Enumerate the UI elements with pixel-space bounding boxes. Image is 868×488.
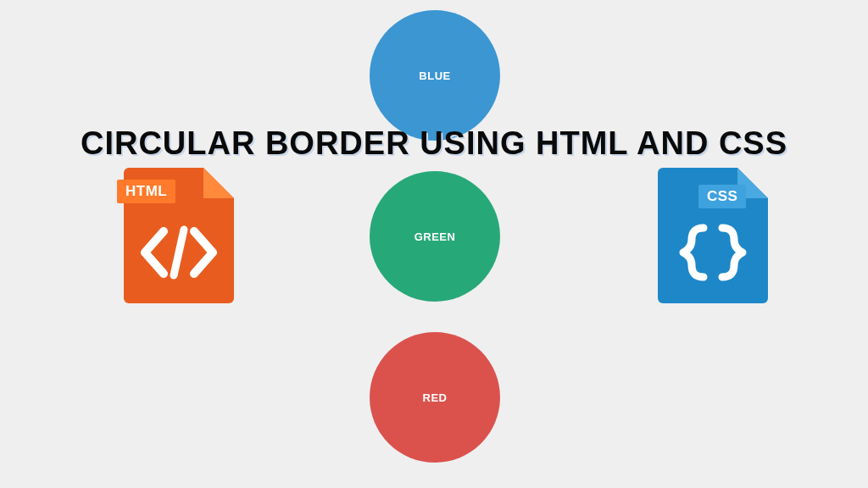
circle-blue-label: BLUE (419, 69, 450, 82)
circle-red: RED (370, 332, 500, 463)
html-file-corner-fold (203, 168, 234, 198)
html-file-label: HTML (117, 180, 175, 203)
svg-line-0 (174, 230, 184, 275)
css-file-label: CSS (698, 185, 746, 208)
circle-green-label: GREEN (415, 230, 456, 243)
html-file-icon: HTML (124, 168, 234, 303)
css-curly-braces-icon (658, 219, 768, 286)
html-angle-brackets-icon (124, 219, 234, 286)
circle-blue: BLUE (370, 10, 500, 141)
circle-red-label: RED (423, 391, 448, 404)
circle-green: GREEN (370, 171, 500, 302)
css-file-icon: CSS (658, 168, 768, 303)
page-title: CIRCULAR BORDER USING HTML AND CSS (0, 125, 868, 162)
